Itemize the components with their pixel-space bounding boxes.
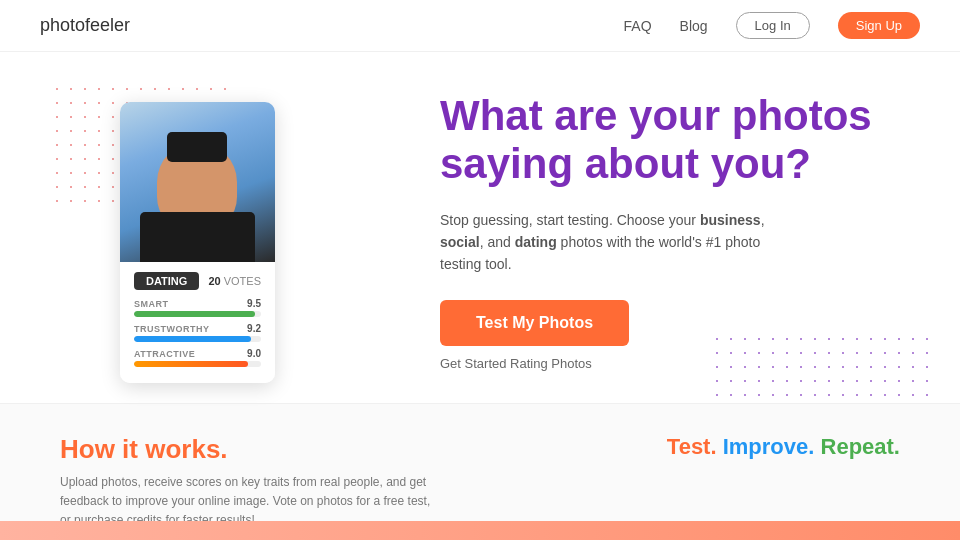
votes-display: 20 VOTES — [208, 275, 261, 287]
test-word: Test. — [667, 434, 717, 459]
subtext: Stop guessing, start testing. Choose you… — [440, 209, 780, 276]
decorative-bottom-bar — [0, 521, 960, 540]
bar-track-trustworthy — [134, 336, 261, 342]
rating-tabs: DATING 20 VOTES — [134, 272, 261, 290]
login-button[interactable]: Log In — [736, 12, 810, 39]
test-my-photos-button[interactable]: Test My Photos — [440, 300, 629, 346]
test-improve-repeat: Test. Improve. Repeat. — [667, 434, 900, 460]
bar-label-trustworthy: TRUSTWORTHY — [134, 324, 210, 334]
how-it-works-section: How it works. Upload photos, receive sco… — [0, 403, 960, 540]
bar-score-attractive: 9.0 — [247, 348, 261, 359]
improve-word: Improve. — [723, 434, 815, 459]
bar-smart: SMART 9.5 — [134, 298, 261, 317]
nav: FAQ Blog Log In Sign Up — [624, 12, 920, 39]
blog-link[interactable]: Blog — [680, 18, 708, 34]
bar-label-smart: SMART — [134, 299, 169, 309]
bar-fill-smart — [134, 311, 255, 317]
shirt-illustration — [140, 212, 255, 262]
photo-card: DATING 20 VOTES SMART 9.5 — [120, 102, 275, 383]
profile-photo — [120, 102, 275, 262]
hero-left: DATING 20 VOTES SMART 9.5 — [60, 92, 380, 383]
logo: photofeeler — [40, 15, 130, 36]
bar-fill-attractive — [134, 361, 248, 367]
repeat-word: Repeat. — [821, 434, 900, 459]
rating-section: DATING 20 VOTES SMART 9.5 — [120, 262, 275, 383]
votes-label-text: VOTES — [224, 275, 261, 287]
bar-trustworthy: TRUSTWORTHY 9.2 — [134, 323, 261, 342]
bar-label-attractive: ATTRACTIVE — [134, 349, 195, 359]
votes-count: 20 — [208, 275, 220, 287]
tab-dating[interactable]: DATING — [134, 272, 199, 290]
header: photofeeler FAQ Blog Log In Sign Up — [0, 0, 960, 52]
hero-right: What are your photos saying about you? S… — [380, 92, 900, 371]
hero-section: DATING 20 VOTES SMART 9.5 — [0, 52, 960, 403]
faq-link[interactable]: FAQ — [624, 18, 652, 34]
bar-score-trustworthy: 9.2 — [247, 323, 261, 334]
bar-fill-trustworthy — [134, 336, 251, 342]
signup-button[interactable]: Sign Up — [838, 12, 920, 39]
bar-score-smart: 9.5 — [247, 298, 261, 309]
bar-track-attractive — [134, 361, 261, 367]
bar-attractive: ATTRACTIVE 9.0 — [134, 348, 261, 367]
bar-track-smart — [134, 311, 261, 317]
headline: What are your photos saying about you? — [440, 92, 900, 189]
